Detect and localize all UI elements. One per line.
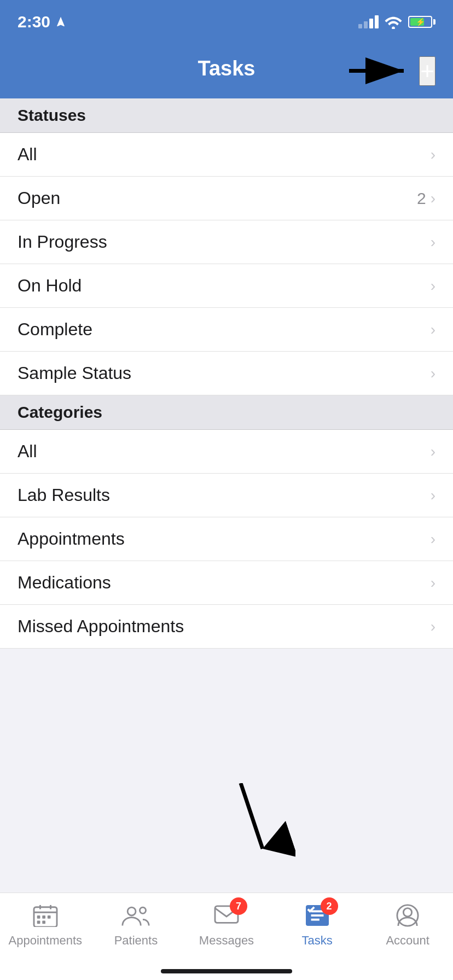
svg-line-4 — [241, 783, 263, 849]
nav-bar: Tasks + — [0, 44, 453, 98]
categories-label: Categories — [18, 403, 102, 421]
chevron-icon: › — [431, 487, 435, 504]
svg-rect-11 — [48, 915, 51, 919]
add-task-button[interactable]: + — [419, 56, 435, 86]
svg-rect-13 — [42, 921, 45, 924]
chevron-icon: › — [431, 365, 435, 382]
status-bar: 2:30 ⚡ — [0, 0, 453, 44]
time-label: 2:30 — [18, 13, 50, 31]
category-all[interactable]: All › — [0, 430, 453, 474]
status-all[interactable]: All › — [0, 133, 453, 177]
svg-rect-12 — [37, 921, 40, 924]
status-sample[interactable]: Sample Status › — [0, 352, 453, 395]
status-icons: ⚡ — [358, 15, 435, 29]
category-lab-results[interactable]: Lab Results › — [0, 474, 453, 517]
chevron-icon: › — [431, 146, 435, 164]
tab-bar: Appointments Patients 7 Messages — [0, 892, 453, 980]
chevron-icon: › — [431, 234, 435, 251]
svg-point-14 — [128, 907, 136, 915]
account-icon — [396, 904, 420, 927]
category-missed-appointments[interactable]: Missed Appointments › — [0, 605, 453, 649]
tab-appointments[interactable]: Appointments — [0, 902, 91, 948]
signal-bars — [358, 15, 379, 28]
messages-icon-wrap: 7 — [210, 902, 243, 929]
appointments-label: Appointments — [9, 934, 83, 948]
status-open[interactable]: Open 2 › — [0, 177, 453, 220]
chevron-icon: › — [431, 321, 435, 339]
tab-patients[interactable]: Patients — [91, 902, 182, 948]
battery-icon: ⚡ — [408, 16, 435, 28]
svg-point-21 — [404, 908, 412, 917]
arrow-annotation-right — [349, 56, 420, 86]
status-on-hold[interactable]: On Hold › — [0, 264, 453, 308]
tasks-icon-wrap: 2 — [301, 902, 334, 929]
messages-label: Messages — [199, 934, 254, 948]
svg-point-15 — [140, 907, 146, 913]
statuses-section-header: Statuses — [0, 98, 453, 133]
svg-point-0 — [392, 27, 395, 30]
account-icon-wrap — [391, 902, 424, 929]
tab-account[interactable]: Account — [362, 902, 453, 948]
appointments-icon-wrap — [29, 902, 62, 929]
categories-section-header: Categories — [0, 395, 453, 430]
svg-rect-9 — [37, 915, 40, 919]
location-icon — [55, 16, 67, 28]
tasks-badge: 2 — [321, 897, 338, 915]
status-in-progress[interactable]: In Progress › — [0, 220, 453, 264]
arrow-annotation-down — [208, 783, 295, 871]
chevron-icon: › — [431, 190, 435, 207]
appointments-icon — [32, 904, 59, 927]
chevron-icon: › — [431, 530, 435, 548]
wifi-icon — [384, 15, 403, 29]
status-time: 2:30 — [18, 13, 67, 31]
statuses-label: Statuses — [18, 106, 86, 124]
tab-tasks[interactable]: 2 Tasks — [272, 902, 363, 948]
tab-messages[interactable]: 7 Messages — [181, 902, 272, 948]
patients-icon-wrap — [119, 902, 152, 929]
svg-rect-10 — [42, 915, 45, 919]
home-indicator — [161, 969, 292, 973]
patients-icon — [121, 904, 150, 927]
category-appointments[interactable]: Appointments › — [0, 517, 453, 561]
category-medications[interactable]: Medications › — [0, 561, 453, 605]
chevron-icon: › — [431, 618, 435, 635]
tasks-label: Tasks — [301, 934, 332, 948]
chevron-icon: › — [431, 574, 435, 592]
patients-label: Patients — [114, 934, 158, 948]
chevron-icon: › — [431, 443, 435, 460]
page-title: Tasks — [198, 57, 255, 80]
chevron-icon: › — [431, 277, 435, 295]
open-badge: 2 — [417, 189, 426, 208]
status-complete[interactable]: Complete › — [0, 308, 453, 352]
account-label: Account — [386, 934, 429, 948]
messages-badge: 7 — [230, 897, 247, 915]
